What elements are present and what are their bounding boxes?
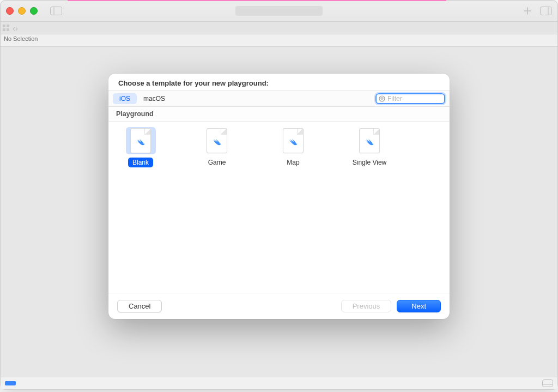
template-label: Game (204, 158, 231, 167)
platform-tab-macos[interactable]: macOS (137, 93, 172, 104)
next-button[interactable]: Next (397, 300, 441, 312)
template-label: Blank (128, 158, 153, 167)
traffic-lights (6, 7, 38, 15)
related-items-icon[interactable] (3, 25, 9, 31)
swift-document-icon (359, 128, 380, 153)
swift-document-icon (283, 128, 304, 153)
swift-document-icon (130, 128, 151, 153)
status-indicator (5, 381, 16, 385)
filter-field[interactable] (375, 93, 445, 104)
template-map[interactable]: Map (269, 127, 318, 287)
window-bottom-bar (1, 377, 557, 389)
template-label: Map (282, 158, 304, 167)
bottom-panel-toggle-icon[interactable] (542, 379, 553, 387)
template-icon (126, 127, 156, 154)
previous-button: Previous (341, 300, 392, 312)
minimize-window-button[interactable] (18, 7, 26, 15)
swift-document-icon (207, 128, 227, 153)
section-label: Playground (108, 107, 450, 122)
sheet-footer: Cancel Previous Next (108, 293, 450, 319)
template-icon (202, 127, 232, 154)
svg-rect-2 (541, 7, 552, 15)
platform-segmented-control[interactable]: iOSmacOS (113, 93, 172, 104)
left-sidebar-toggle[interactable] (48, 5, 64, 16)
window-titlebar (1, 1, 557, 22)
cancel-button[interactable]: Cancel (117, 300, 162, 312)
svg-rect-5 (7, 25, 9, 27)
new-playground-sheet: Choose a template for your new playgroun… (108, 74, 450, 319)
template-icon (355, 127, 385, 154)
svg-rect-6 (3, 28, 5, 31)
window-title-placeholder (235, 6, 323, 16)
svg-rect-7 (7, 28, 9, 31)
template-game[interactable]: Game (192, 127, 241, 287)
filter-input[interactable] (386, 94, 442, 103)
close-window-button[interactable] (6, 7, 14, 15)
zoom-window-button[interactable] (30, 7, 38, 15)
nav-forward-icon[interactable]: › (15, 24, 18, 32)
template-single-view[interactable]: Single View (345, 127, 394, 287)
template-label: Single View (348, 158, 391, 167)
right-sidebar-toggle[interactable] (540, 7, 552, 15)
platform-and-filter-row: iOSmacOS (108, 91, 450, 107)
platform-tab-ios[interactable]: iOS (113, 93, 137, 104)
navigation-bar: ‹ › (1, 22, 557, 34)
no-selection-label: No Selection (1, 34, 557, 47)
add-button-icon[interactable] (524, 7, 531, 15)
svg-rect-8 (543, 380, 553, 387)
filter-icon (379, 95, 385, 102)
sheet-header: Choose a template for your new playgroun… (108, 74, 450, 91)
template-blank[interactable]: Blank (116, 127, 165, 287)
template-icon (278, 127, 308, 154)
svg-rect-0 (51, 7, 62, 15)
svg-rect-4 (3, 25, 5, 27)
template-grid: BlankGameMapSingle View (108, 122, 450, 293)
